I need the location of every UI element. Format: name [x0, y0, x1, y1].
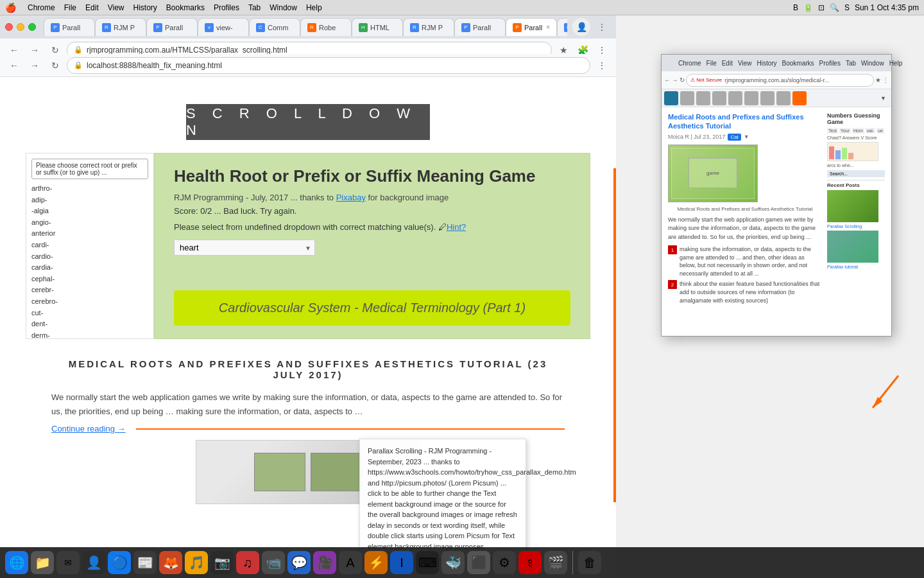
inner-back-button[interactable]: ←: [5, 57, 23, 74]
popup-recent-post-1[interactable]: Parallax Scrolling: [827, 224, 885, 229]
list-item[interactable]: angio-: [31, 217, 148, 229]
popup-address-bar[interactable]: ⚠ Not Secure rjmprogramming.com.au/slog/…: [686, 74, 874, 87]
maximize-button[interactable]: [28, 23, 36, 31]
toolbar-icon-7[interactable]: [776, 91, 791, 105]
apple-menu[interactable]: 🍎: [5, 3, 16, 13]
menu-bookmarks[interactable]: Bookmarks: [166, 3, 205, 12]
chrome-account-icon[interactable]: 👤: [572, 18, 590, 36]
close-button[interactable]: [5, 23, 13, 31]
toolbar-icon-6[interactable]: [760, 91, 774, 105]
toolbar-icon-3[interactable]: [712, 91, 726, 105]
taskbar-obs-icon[interactable]: 🎥: [313, 551, 336, 574]
taskbar-music-icon[interactable]: 🎵: [185, 551, 208, 574]
popup-menu-chrome[interactable]: Chrome: [678, 60, 701, 67]
toolbar-icon-5[interactable]: [744, 91, 758, 105]
menu-tab[interactable]: Tab: [248, 3, 261, 12]
siri-icon[interactable]: S: [844, 3, 850, 12]
toolbar-icon-1[interactable]: [680, 91, 694, 105]
popup-recent-post-2[interactable]: Parallax tutorial: [827, 265, 885, 269]
list-item[interactable]: cephal-: [31, 274, 148, 285]
tab-6[interactable]: RRobe: [300, 18, 352, 36]
list-item[interactable]: adip-: [31, 195, 148, 206]
taskbar-news-icon[interactable]: 📰: [133, 551, 157, 574]
tab-2[interactable]: RRJM P: [95, 18, 146, 36]
pixabay-link[interactable]: Pixabay: [336, 193, 366, 202]
taskbar-trash-icon[interactable]: 🗑: [578, 551, 601, 574]
menu-profiles[interactable]: Profiles: [214, 3, 239, 12]
list-item[interactable]: -algia: [31, 206, 148, 217]
taskbar-finder-icon[interactable]: 🌐: [5, 551, 28, 574]
popup-menu-edit[interactable]: Edit: [722, 60, 733, 67]
tab-3[interactable]: PParall: [146, 18, 198, 36]
bluetooth-icon[interactable]: B: [793, 3, 798, 12]
list-item[interactable]: cerebro-: [31, 296, 148, 308]
popup-menu-view[interactable]: View: [738, 60, 752, 67]
popup-menu-btn[interactable]: ⋮: [882, 76, 889, 83]
taskbar-bitcoin-icon[interactable]: ₿: [518, 551, 542, 574]
popup-menu-bookmarks[interactable]: Bookmarks: [782, 60, 814, 67]
list-item[interactable]: derm-: [31, 330, 148, 339]
tab-7[interactable]: HHTML: [352, 18, 403, 36]
popup-recent-thumb-2[interactable]: [827, 231, 878, 263]
taskbar-mail-icon[interactable]: ✉: [56, 551, 80, 574]
menu-edit[interactable]: Edit: [85, 3, 99, 12]
list-item[interactable]: cut-: [31, 308, 148, 319]
popup-menu-history[interactable]: History: [757, 60, 776, 67]
popup-collapse-icon[interactable]: ▼: [880, 95, 886, 101]
taskbar-filezilla-icon[interactable]: ⚡: [364, 551, 388, 574]
taskbar-itunes-icon[interactable]: ♫: [236, 551, 259, 574]
popup-forward-button[interactable]: →: [672, 76, 678, 83]
taskbar-system-icon[interactable]: ⚙: [493, 551, 516, 574]
search-icon[interactable]: 🔍: [830, 3, 839, 12]
taskbar-contacts-icon[interactable]: 👤: [82, 551, 105, 574]
taskbar-vscode-icon[interactable]: ⬛: [467, 551, 490, 574]
minimize-button[interactable]: [17, 23, 24, 31]
taskbar-files-icon[interactable]: 📁: [31, 551, 54, 574]
popup-menu-profiles[interactable]: Profiles: [819, 60, 841, 67]
game-dropdown[interactable]: heart: [174, 240, 315, 256]
tab-comb[interactable]: CComb: [557, 18, 567, 36]
menu-chrome[interactable]: Chrome: [28, 3, 55, 12]
list-item[interactable]: cerebr-: [31, 285, 148, 296]
menu-window[interactable]: Window: [270, 3, 297, 12]
tab-active[interactable]: PParall×: [506, 18, 557, 36]
wifi-icon[interactable]: ⊡: [818, 3, 825, 12]
toolbar-icon-2[interactable]: [696, 91, 710, 105]
menu-file[interactable]: File: [64, 3, 76, 12]
taskbar-font-icon[interactable]: A: [339, 551, 362, 574]
tab-8[interactable]: RRJM P: [403, 18, 454, 36]
taskbar-zoom-icon[interactable]: 📹: [262, 551, 285, 574]
inner-reload-button[interactable]: ↻: [46, 57, 64, 74]
popup-recent-thumb-1[interactable]: [827, 190, 878, 222]
taskbar-docker-icon[interactable]: 🐳: [441, 551, 465, 574]
taskbar-intellij-icon[interactable]: I: [390, 551, 413, 574]
inner-address-bar[interactable]: 🔒 localhost:8888/health_fix_meaning.html: [67, 57, 590, 74]
list-item[interactable]: arthro-: [31, 183, 148, 195]
popup-dropdown-icon[interactable]: ▼: [744, 134, 749, 140]
popup-bookmark-icon[interactable]: ★: [875, 76, 881, 83]
list-item[interactable]: dent-: [31, 319, 148, 330]
list-item[interactable]: cardi-: [31, 240, 148, 251]
list-item[interactable]: cardia-: [31, 262, 148, 274]
popup-menu-window[interactable]: Window: [861, 60, 884, 67]
inner-menu-icon[interactable]: ⋮: [593, 57, 611, 74]
popup-search-box[interactable]: Search...: [827, 170, 885, 177]
wp-icon[interactable]: [664, 91, 678, 105]
menu-view[interactable]: View: [108, 3, 124, 12]
tab-4[interactable]: vview-: [198, 18, 249, 36]
popup-menu-tab[interactable]: Tab: [846, 60, 856, 67]
tab-1[interactable]: PParall: [44, 18, 95, 36]
popup-menu-help[interactable]: Help: [889, 60, 903, 67]
taskbar-discord-icon[interactable]: 💬: [287, 551, 311, 574]
hint-link[interactable]: Hint?: [447, 222, 466, 232]
taskbar-photos-icon[interactable]: 📷: [210, 551, 234, 574]
menu-history[interactable]: History: [133, 3, 157, 12]
taskbar-safari-icon[interactable]: 🔵: [108, 551, 131, 574]
list-item[interactable]: anterior: [31, 228, 148, 240]
toolbar-icon-orange[interactable]: [792, 91, 807, 105]
tab-close-active[interactable]: ×: [546, 24, 550, 31]
tab-9[interactable]: PParall: [454, 18, 506, 36]
inner-forward-button[interactable]: →: [26, 57, 44, 74]
taskbar-video-icon[interactable]: 🎬: [544, 551, 567, 574]
tab-5[interactable]: CComm: [249, 18, 300, 36]
